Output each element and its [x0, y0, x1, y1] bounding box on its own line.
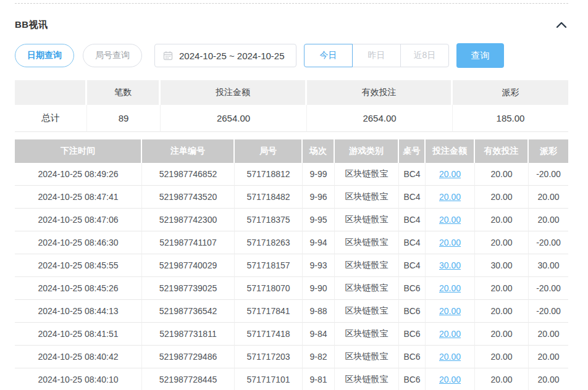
- cell-time: 2024-10-25 08:46:30: [15, 231, 142, 254]
- table-row: 2024-10-25 08:47:41521987743520571718482…: [15, 186, 568, 209]
- table-row: 2024-10-25 08:40:10521987728445571717101…: [15, 368, 568, 390]
- col-header-round: 局号: [235, 139, 303, 163]
- cell-bet: 20.00: [426, 300, 475, 323]
- records-tbody: 2024-10-25 08:49:26521987746852571718812…: [15, 163, 568, 390]
- cell-bet: 30.00: [426, 254, 475, 277]
- cell-session: 9-99: [303, 163, 335, 186]
- cell-payout: -20.00: [529, 300, 568, 323]
- cell-bet: 20.00: [426, 163, 475, 186]
- cell-time: 2024-10-25 08:45:55: [15, 254, 142, 277]
- cell-time: 2024-10-25 08:45:26: [15, 277, 142, 300]
- cell-bet-id: 521987740029: [142, 254, 235, 277]
- cell-session: 9-95: [303, 209, 335, 231]
- bet-amount-link[interactable]: 20.00: [439, 283, 461, 293]
- summary-total-bet-amount: 2654.00: [161, 105, 307, 132]
- quick-range-last8days[interactable]: 近8日: [400, 44, 449, 67]
- top-dashed-divider: [15, 3, 568, 4]
- bet-amount-link[interactable]: 20.00: [439, 329, 461, 339]
- cell-payout: 20.00: [529, 346, 568, 368]
- summary-header-payout: 派彩: [453, 80, 568, 105]
- cell-valid: 20.00: [475, 186, 529, 209]
- col-header-payout: 派彩: [529, 139, 568, 163]
- cell-bet-id: 521987741107: [142, 231, 235, 254]
- cell-round: 571717841: [235, 300, 303, 323]
- cell-valid: 30.00: [475, 254, 529, 277]
- cell-session: 9-90: [303, 277, 335, 300]
- cell-valid: 20.00: [475, 163, 529, 186]
- cell-table-no: BC6: [399, 368, 426, 390]
- date-range-picker[interactable]: 2024-10-25 ~ 2024-10-25: [154, 44, 296, 67]
- quick-range-yesterday[interactable]: 昨日: [352, 44, 401, 67]
- bet-amount-link[interactable]: 20.00: [439, 352, 461, 362]
- search-button[interactable]: 查询: [456, 43, 504, 68]
- cell-valid: 20.00: [475, 231, 529, 254]
- filter-bar: 日期查询 局号查询 2024-10-25 ~ 2024-10-25 今日 昨日 …: [15, 43, 568, 68]
- bet-amount-link[interactable]: 20.00: [439, 215, 461, 225]
- summary-total-row: 总计 89 2654.00 2654.00 185.00: [15, 105, 568, 132]
- table-row: 2024-10-25 08:45:26521987739025571718070…: [15, 277, 568, 300]
- cell-table-no: BC6: [399, 346, 426, 368]
- cell-bet-id: 521987746852: [142, 163, 235, 186]
- bet-amount-link[interactable]: 20.00: [439, 169, 461, 179]
- cell-bet-id: 521987743520: [142, 186, 235, 209]
- summary-total-label: 总计: [15, 105, 87, 132]
- cell-valid: 20.00: [475, 277, 529, 300]
- cell-bet: 20.00: [426, 368, 475, 390]
- summary-header-row: 笔数 投注金额 有效投注 派彩: [15, 80, 568, 105]
- summary-total-count: 89: [87, 105, 161, 132]
- cell-round: 571718157: [235, 254, 303, 277]
- collapse-panel-button[interactable]: [555, 20, 568, 30]
- col-header-table-no: 桌号: [399, 139, 426, 163]
- table-row: 2024-10-25 08:46:30521987741107571718263…: [15, 231, 568, 254]
- cell-table-no: BC4: [399, 163, 426, 186]
- cell-session: 9-84: [303, 323, 335, 346]
- cell-round: 571718482: [235, 186, 303, 209]
- cell-payout: -20.00: [529, 277, 568, 300]
- cell-bet: 20.00: [426, 186, 475, 209]
- cell-session: 9-88: [303, 300, 335, 323]
- summary-table: 笔数 投注金额 有效投注 派彩 总计 89 2654.00 2654.00 18…: [15, 80, 568, 132]
- cell-round: 571718263: [235, 231, 303, 254]
- bet-amount-link[interactable]: 20.00: [439, 306, 461, 316]
- cell-game: 区块链骰宝: [335, 231, 399, 254]
- cell-valid: 20.00: [475, 209, 529, 231]
- quick-range-today[interactable]: 今日: [304, 44, 353, 67]
- bet-amount-link[interactable]: 30.00: [439, 260, 461, 270]
- col-header-bet-time: 下注时间: [15, 139, 142, 163]
- summary-total-payout: 185.00: [453, 105, 568, 132]
- cell-bet: 20.00: [426, 346, 475, 368]
- cell-payout: 30.00: [529, 254, 568, 277]
- bet-amount-link[interactable]: 20.00: [439, 238, 461, 247]
- bet-records-panel: BB视讯 日期查询 局号查询 2024-10-25 ~ 2024-10-25: [0, 3, 588, 390]
- cell-session: 9-96: [303, 186, 335, 209]
- bet-amount-link[interactable]: 20.00: [439, 192, 461, 202]
- cell-valid: 20.00: [475, 346, 529, 368]
- cell-bet-id: 521987739025: [142, 277, 235, 300]
- records-header-row: 下注时间 注单编号 局号 场次 游戏类别 桌号 投注金额 有效投注 派彩: [15, 139, 568, 163]
- cell-bet: 20.00: [426, 209, 475, 231]
- cell-round: 571717203: [235, 346, 303, 368]
- cell-game: 区块链骰宝: [335, 346, 399, 368]
- date-query-tab[interactable]: 日期查询: [15, 44, 74, 67]
- cell-session: 9-94: [303, 231, 335, 254]
- cell-session: 9-93: [303, 254, 335, 277]
- cell-game: 区块链骰宝: [335, 323, 399, 346]
- date-range-value: 2024-10-25 ~ 2024-10-25: [179, 51, 285, 61]
- cell-round: 571718375: [235, 209, 303, 231]
- cell-bet-id: 521987731811: [142, 323, 235, 346]
- summary-header-bet-amount: 投注金额: [161, 80, 307, 105]
- cell-bet-id: 521987729486: [142, 346, 235, 368]
- round-query-tab[interactable]: 局号查询: [83, 44, 142, 67]
- quick-range-group: 今日 昨日 近8日: [304, 44, 449, 67]
- table-row: 2024-10-25 08:41:51521987731811571717418…: [15, 323, 568, 346]
- cell-time: 2024-10-25 08:49:26: [15, 163, 142, 186]
- cell-valid: 20.00: [475, 368, 529, 390]
- cell-payout: -20.00: [529, 163, 568, 186]
- cell-time: 2024-10-25 08:47:06: [15, 209, 142, 231]
- records-table: 下注时间 注单编号 局号 场次 游戏类别 桌号 投注金额 有效投注 派彩 202…: [15, 139, 568, 390]
- cell-time: 2024-10-25 08:40:42: [15, 346, 142, 368]
- cell-round: 571718812: [235, 163, 303, 186]
- col-header-bet-id: 注单编号: [142, 139, 235, 163]
- cell-time: 2024-10-25 08:40:10: [15, 368, 142, 390]
- bet-amount-link[interactable]: 20.00: [439, 375, 461, 384]
